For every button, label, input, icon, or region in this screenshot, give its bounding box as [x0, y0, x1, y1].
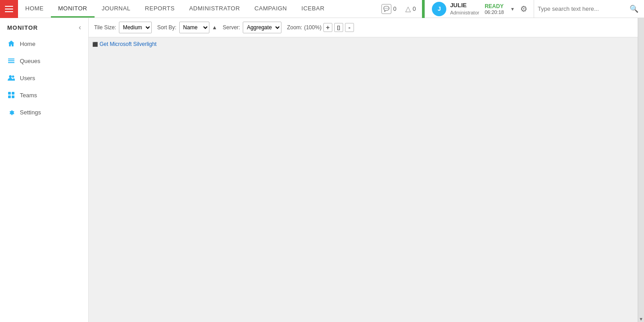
- sidebar-item-users[interactable]: Users: [0, 69, 88, 86]
- tile-size-label: Tile Size:: [94, 24, 116, 31]
- sidebar-item-users-label: Users: [20, 75, 35, 82]
- user-menu[interactable]: J JULIE Administrator READY 06:20:18: [428, 2, 508, 16]
- svg-rect-3: [12, 92, 14, 95]
- teams-icon: [7, 91, 15, 99]
- sidebar-item-teams[interactable]: Teams: [0, 86, 88, 104]
- nav-item-monitor[interactable]: MONITOR: [51, 0, 95, 18]
- svg-point-1: [12, 76, 14, 78]
- sidebar-item-settings[interactable]: Settings: [0, 104, 88, 121]
- sidebar-item-settings-label: Settings: [20, 109, 41, 116]
- zoom-in-button[interactable]: +: [323, 23, 332, 32]
- topbar-right: 💬 0 △ 0 J JULIE Administrator READY 06:2…: [379, 0, 644, 18]
- ready-status: READY: [485, 3, 504, 9]
- zoom-label: Zoom:: [287, 24, 302, 31]
- menu-button[interactable]: [0, 0, 18, 18]
- hamburger-icon: [5, 6, 13, 12]
- user-role: Administrator: [450, 9, 479, 16]
- server-select[interactable]: Aggregate: [243, 22, 281, 33]
- nav-item-home[interactable]: HOME: [18, 0, 51, 18]
- alert-icon: △: [405, 5, 411, 13]
- right-scrollbar: ▼: [638, 18, 644, 322]
- tile-size-group: Tile Size: Small Medium Large: [94, 22, 152, 33]
- avatar: J: [432, 2, 446, 16]
- home-icon: [7, 40, 15, 48]
- search-icon[interactable]: 🔍: [628, 5, 640, 13]
- sidebar-title: MONITOR: [7, 24, 38, 31]
- zoom-out-button[interactable]: -: [345, 23, 354, 32]
- zoom-group: Zoom: (100%) + [] -: [287, 23, 354, 32]
- user-details: JULIE Administrator: [450, 2, 479, 16]
- main-content-area: Get Microsoft Silverlight: [89, 37, 638, 322]
- users-icon: [7, 74, 15, 82]
- svg-point-0: [9, 75, 12, 78]
- tile-size-select[interactable]: Small Medium Large: [119, 22, 152, 33]
- nav-item-reports[interactable]: REPORTS: [138, 0, 182, 18]
- svg-rect-5: [12, 95, 14, 98]
- scrollbar-track[interactable]: [638, 18, 644, 316]
- sidebar-item-home[interactable]: Home: [0, 35, 88, 52]
- zoom-reset-button[interactable]: []: [334, 23, 343, 32]
- sort-by-label: Sort By:: [157, 24, 177, 31]
- settings-icon: [7, 108, 15, 116]
- chat-button[interactable]: 💬 0: [379, 4, 399, 14]
- settings-gear-button[interactable]: ⚙: [517, 4, 530, 14]
- sort-by-select[interactable]: Name Status Queue: [179, 22, 209, 33]
- sidebar-item-teams-label: Teams: [20, 92, 37, 99]
- chat-icon: 💬: [381, 4, 391, 14]
- svg-rect-2: [8, 92, 11, 95]
- nav-item-journal[interactable]: JOURNAL: [95, 0, 138, 18]
- sidebar-item-queues-label: Queues: [20, 58, 41, 64]
- sidebar-item-queues[interactable]: Queues: [0, 52, 88, 69]
- content-panel: Tile Size: Small Medium Large Sort By: N…: [89, 18, 638, 322]
- sidebar-header: MONITOR ‹: [0, 18, 88, 35]
- sidebar-collapse-button[interactable]: ‹: [79, 23, 81, 32]
- sort-by-group: Sort By: Name Status Queue ▲: [157, 22, 218, 33]
- main-nav: HOMEMONITORJOURNALREPORTSADMINISTRATORCA…: [18, 0, 379, 18]
- ready-time: 06:20:18: [485, 9, 504, 15]
- status-green-bar: [422, 0, 425, 18]
- nav-item-icebar[interactable]: ICEBAR: [294, 0, 331, 18]
- nav-item-administrator[interactable]: ADMINISTRATOR: [182, 0, 247, 18]
- alert-count: 0: [413, 5, 416, 12]
- server-label: Server:: [222, 24, 240, 31]
- sidebar-item-home-label: Home: [20, 41, 36, 47]
- toolbar: Tile Size: Small Medium Large Sort By: N…: [89, 18, 638, 37]
- queues-icon: [7, 57, 15, 65]
- nav-item-campaign[interactable]: CAMPAIGN: [247, 0, 294, 18]
- silverlight-message: Get Microsoft Silverlight: [92, 41, 157, 47]
- user-status: READY 06:20:18: [485, 3, 504, 15]
- silverlight-link[interactable]: Get Microsoft Silverlight: [92, 41, 157, 47]
- server-group: Server: Aggregate: [222, 22, 281, 33]
- search-bar: 🔍: [534, 0, 640, 18]
- chat-count: 0: [393, 5, 396, 12]
- scrollbar-down-arrow[interactable]: ▼: [638, 316, 644, 322]
- zoom-value: (100%): [304, 24, 322, 31]
- main-area: MONITOR ‹ Home Queues Users Teams: [0, 18, 644, 322]
- search-input[interactable]: [538, 5, 628, 12]
- user-dropdown-arrow[interactable]: ▾: [511, 6, 514, 12]
- topbar: HOMEMONITORJOURNALREPORTSADMINISTRATORCA…: [0, 0, 644, 18]
- user-name: JULIE: [450, 2, 479, 9]
- alert-button[interactable]: △ 0: [403, 5, 418, 13]
- sidebar: MONITOR ‹ Home Queues Users Teams: [0, 18, 89, 322]
- svg-rect-4: [8, 95, 11, 98]
- sort-direction-arrow[interactable]: ▲: [212, 24, 218, 31]
